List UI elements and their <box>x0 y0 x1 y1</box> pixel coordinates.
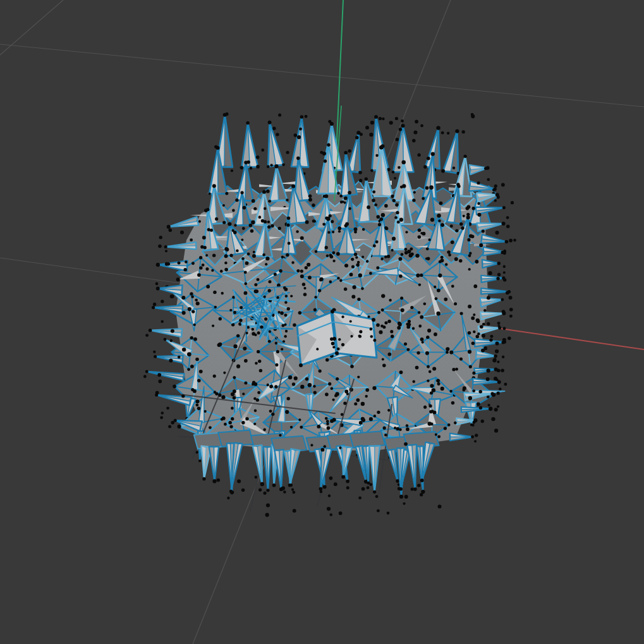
3d-viewport[interactable] <box>0 0 644 644</box>
viewport-canvas[interactable] <box>0 0 644 644</box>
